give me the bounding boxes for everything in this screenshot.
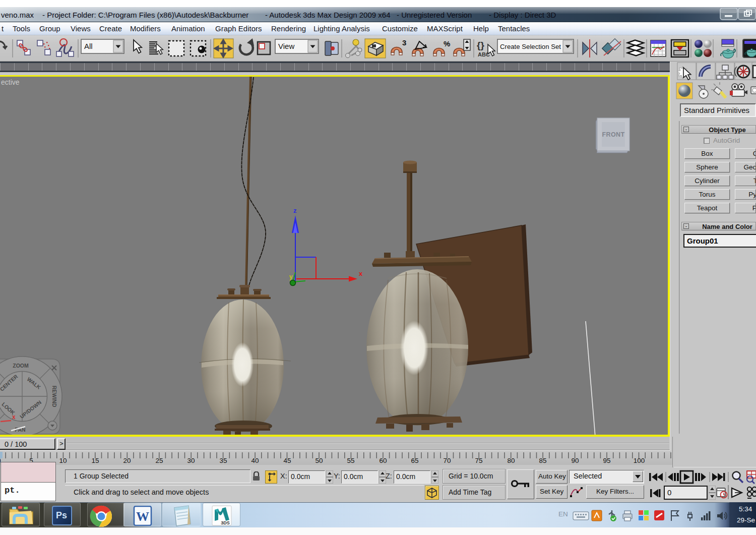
svg-text:30: 30 <box>187 457 195 464</box>
svg-text:Create Selection Set: Create Selection Set <box>500 43 561 50</box>
svg-text:%: % <box>444 39 450 48</box>
svg-text:70: 70 <box>443 457 451 464</box>
svg-text:25: 25 <box>155 457 163 464</box>
svg-text:85: 85 <box>539 457 546 464</box>
svg-text:75: 75 <box>475 457 482 464</box>
svg-text:100: 100 <box>634 457 645 464</box>
svg-text:65: 65 <box>411 457 418 464</box>
svg-text:ZOOM: ZOOM <box>13 363 29 369</box>
svg-text:3DS: 3DS <box>221 520 230 525</box>
svg-text:60: 60 <box>379 457 387 464</box>
svg-text:15: 15 <box>91 457 99 464</box>
svg-text:50: 50 <box>315 457 323 464</box>
svg-text:90: 90 <box>571 457 579 464</box>
svg-text:55: 55 <box>347 457 354 464</box>
svg-text:View: View <box>278 42 294 50</box>
svg-text:REWIND: REWIND <box>51 386 57 407</box>
svg-text:20: 20 <box>123 457 131 464</box>
svg-text:FRONT: FRONT <box>602 131 624 138</box>
svg-text:35: 35 <box>219 457 227 464</box>
svg-text:x: x <box>359 270 363 277</box>
svg-text:y: y <box>289 273 293 280</box>
svg-text:z: z <box>293 207 297 214</box>
svg-text:3: 3 <box>402 38 406 47</box>
svg-text:45: 45 <box>283 457 291 464</box>
svg-text:x: x <box>12 413 16 421</box>
svg-text:80: 80 <box>507 457 515 464</box>
svg-text:40: 40 <box>251 457 259 464</box>
svg-text:W: W <box>136 509 149 524</box>
svg-text:{}: {} <box>477 40 484 50</box>
svg-text:All: All <box>84 42 93 50</box>
svg-text:10: 10 <box>59 457 67 464</box>
svg-text:95: 95 <box>603 457 610 464</box>
